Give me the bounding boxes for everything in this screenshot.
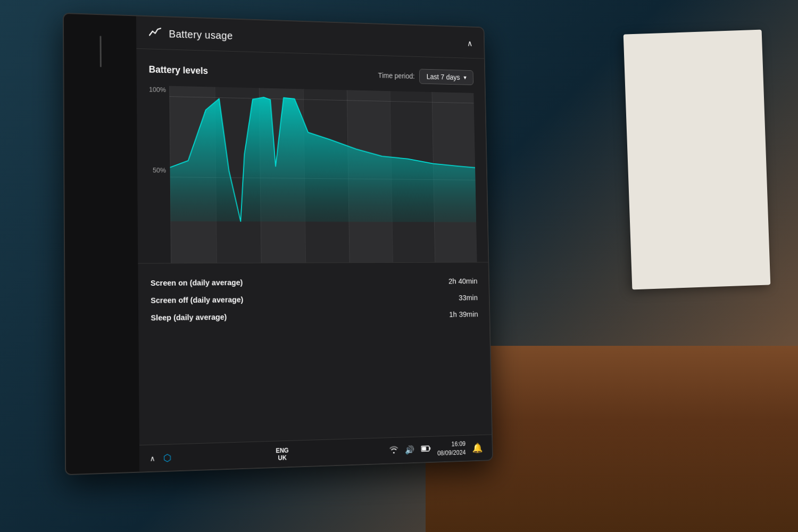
paper-background (624, 30, 771, 290)
notification-icon[interactable]: 🔔 (472, 442, 483, 454)
wifi-icon (389, 445, 398, 456)
collapse-icon[interactable]: ∧ (467, 38, 473, 48)
dropdown-arrow-icon: ▾ (463, 74, 466, 81)
stat-row-sleep: Sleep (daily average) 1h 39min (151, 306, 478, 327)
main-content: Battery usage ∧ Battery levels Time peri… (136, 16, 492, 471)
taskbar-left: ∧ ⬡ (150, 452, 172, 464)
sidebar-strip (64, 14, 139, 474)
stat-value-screen-off: 33min (459, 293, 478, 302)
stat-value-sleep: 1h 39min (449, 310, 478, 319)
battery-chart-svg (169, 86, 476, 227)
chart-icon (148, 26, 162, 41)
y-label-100: 100% (149, 86, 169, 94)
dropbox-icon: ⬡ (163, 452, 172, 463)
time-period-dropdown[interactable]: Last 7 days ▾ (419, 69, 473, 85)
taskbar-expand-icon[interactable]: ∧ (150, 454, 155, 462)
taskbar-center: ENG UK (276, 446, 289, 461)
battery-levels-title: Battery levels (149, 64, 209, 76)
stat-label-screen-off: Screen off (daily average) (151, 295, 243, 304)
y-label-50: 50% (149, 166, 170, 174)
page-title: Battery usage (169, 28, 232, 41)
time-label: 16:09 (437, 439, 466, 449)
taskbar-right: 🔊 16:09 08/09/2024 (389, 439, 483, 459)
time-period-container: Time period: Last 7 days ▾ (378, 68, 473, 85)
sidebar-decoration (99, 36, 101, 67)
header-left: Battery usage (148, 26, 233, 43)
battery-chart-area: 100% 50% (149, 86, 477, 263)
lang-label-bottom: UK (278, 454, 286, 461)
svg-rect-2 (422, 446, 426, 450)
time-period-label: Time period: (378, 71, 415, 80)
laptop-screen: Battery usage ∧ Battery levels Time peri… (63, 13, 493, 476)
lang-label-top: ENG (276, 446, 289, 454)
stat-value-screen-on: 2h 40min (448, 277, 478, 285)
battery-icon (421, 445, 430, 454)
stats-section: Screen on (daily average) 2h 40min Scree… (138, 262, 489, 337)
date-label: 08/09/2024 (437, 448, 466, 458)
time-period-value: Last 7 days (427, 72, 460, 81)
time-display: 16:09 08/09/2024 (437, 439, 466, 458)
svg-rect-1 (429, 447, 430, 450)
y-axis: 100% 50% (149, 86, 171, 247)
volume-icon: 🔊 (405, 445, 414, 455)
scene: Battery usage ∧ Battery levels Time peri… (0, 0, 798, 532)
stat-label-sleep: Sleep (daily average) (151, 312, 227, 322)
stat-label-screen-on: Screen on (daily average) (151, 278, 243, 287)
stat-row-screen-on: Screen on (daily average) 2h 40min (151, 272, 478, 292)
